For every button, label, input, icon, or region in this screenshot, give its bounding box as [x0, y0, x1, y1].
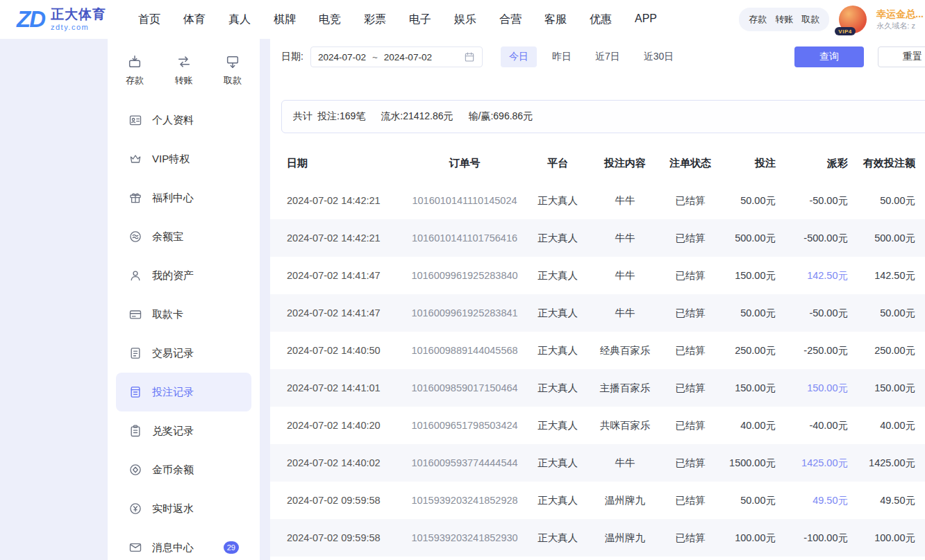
- date-tab-3[interactable]: 近7日: [587, 46, 628, 67]
- cell-payout: -50.00元: [781, 194, 853, 207]
- filter-actions: 查询 重置: [794, 46, 925, 67]
- sidebar-item-label: 兑奖记录: [152, 425, 194, 438]
- cell-bet-amount: 50.00元: [719, 307, 781, 320]
- withdraw-icon: [225, 54, 240, 69]
- nav-menu: 首页体育真人棋牌电竞彩票电子娱乐合营客服优惠APP: [138, 12, 657, 27]
- sidebar-item-11[interactable]: 实时返水: [116, 489, 251, 528]
- sidebar-item-12[interactable]: 消息中心29: [116, 528, 251, 560]
- sidebar-item-8[interactable]: 投注记录: [116, 373, 251, 411]
- bets-table: 日期订单号平台投注内容注单状态投注派彩有效投注额 2024-07-02 14:4…: [270, 144, 925, 557]
- query-button[interactable]: 查询: [794, 46, 864, 67]
- cell-status: 已结算: [662, 307, 719, 320]
- cell-bet-amount: 250.00元: [719, 344, 781, 357]
- user-avatar[interactable]: VIP4: [839, 6, 867, 33]
- sidebar-item-4[interactable]: 余额宝: [116, 217, 251, 256]
- header-quick-link-2[interactable]: 转账: [775, 13, 793, 26]
- sidebar-item-9[interactable]: 兑奖记录: [116, 411, 251, 450]
- table-row: 2024-07-02 14:40:501016009889144045568正大…: [270, 332, 925, 369]
- quick-action-1[interactable]: 存款: [126, 54, 144, 87]
- date-tab-1[interactable]: 今日: [501, 46, 537, 67]
- nav-item-1[interactable]: 首页: [138, 12, 160, 27]
- cell-date: 2024-07-02 14:40:20: [270, 420, 402, 431]
- quick-action-2[interactable]: 转账: [175, 54, 193, 87]
- nav-item-11[interactable]: 优惠: [590, 12, 612, 27]
- username: 幸运金总...: [876, 8, 924, 21]
- sidebar-item-label: VIP特权: [152, 153, 190, 166]
- header-quick-link-3[interactable]: 取款: [801, 13, 819, 26]
- reset-button[interactable]: 重置: [878, 46, 925, 67]
- sidebar-item-label: 投注记录: [152, 386, 194, 399]
- top-navbar: ZD 正大体育 zdty.com 首页体育真人棋牌电竞彩票电子娱乐合营客服优惠A…: [0, 0, 925, 39]
- cell-date: 2024-07-02 14:40:02: [270, 457, 402, 468]
- date-shortcut-tabs: 今日昨日近7日近30日: [501, 46, 682, 67]
- navbar-right: 存款转账取款 VIP4 幸运金总... 永久域名: z: [739, 6, 924, 33]
- sidebar-quick-actions: 存款转账取款: [108, 39, 260, 95]
- sidebar-item-label: 实时返水: [152, 502, 194, 516]
- table-row: 2024-07-02 09:59:581015939203241852928正大…: [270, 482, 925, 519]
- vip-icon: [128, 152, 142, 166]
- nav-item-6[interactable]: 彩票: [364, 12, 386, 27]
- cell-status: 已结算: [662, 419, 719, 432]
- deposit-icon: [127, 54, 142, 69]
- cell-bet-amount: 100.00元: [719, 532, 781, 545]
- quick-action-label: 取款: [224, 74, 242, 87]
- unread-count-badge: 29: [224, 541, 239, 554]
- table-row: 2024-07-02 09:59:581015939203241852930正大…: [270, 519, 925, 557]
- summary-bets-count: 投注:169笔: [317, 110, 365, 123]
- cell-bet-amount: 150.00元: [719, 269, 781, 282]
- table-row: 2024-07-02 14:40:201016009651798503424正大…: [270, 407, 925, 444]
- sidebar-item-1[interactable]: 个人资料: [116, 101, 251, 139]
- nav-item-9[interactable]: 合营: [499, 12, 522, 27]
- cell-payout: -40.00元: [781, 419, 853, 432]
- brand-logo-icon: ZD: [17, 6, 44, 33]
- sidebar-item-7[interactable]: 交易记录: [116, 334, 251, 373]
- nav-item-4[interactable]: 棋牌: [274, 12, 296, 27]
- nav-item-10[interactable]: 客服: [544, 12, 567, 27]
- summary-turnover: 流水:21412.86元: [381, 110, 453, 123]
- nav-item-2[interactable]: 体育: [183, 12, 206, 27]
- nav-item-5[interactable]: 电竞: [319, 12, 341, 27]
- nav-item-8[interactable]: 娱乐: [454, 12, 476, 27]
- sidebar-item-label: 消息中心: [152, 541, 194, 554]
- sidebar-item-3[interactable]: 福利中心: [116, 178, 251, 217]
- header-quick-link-1[interactable]: 存款: [749, 13, 767, 26]
- cell-bet-amount: 150.00元: [719, 382, 781, 395]
- vip-badge: VIP4: [835, 27, 855, 35]
- cell-order-number: 1016009961925283841: [402, 307, 527, 319]
- cell-bet-content: 牛牛: [588, 232, 662, 245]
- quick-action-3[interactable]: 取款: [224, 54, 242, 87]
- table-row: 2024-07-02 14:40:021016009593774444544正大…: [270, 444, 925, 482]
- cell-payout: -500.00元: [781, 232, 853, 245]
- wallet-quick-links: 存款转账取款: [739, 8, 829, 31]
- cell-payout: 49.50元: [781, 494, 853, 507]
- cell-valid-bet: 50.00元: [853, 307, 925, 320]
- cell-bet-amount: 50.00元: [719, 194, 781, 207]
- date-range-input[interactable]: 2024-07-02 ~ 2024-07-02: [310, 46, 483, 67]
- sidebar-menu: 个人资料VIP特权福利中心余额宝我的资产取款卡交易记录投注记录兑奖记录金币余额实…: [108, 95, 260, 560]
- date-start-value: 2024-07-02: [318, 52, 366, 62]
- sidebar-item-5[interactable]: 我的资产: [116, 256, 251, 295]
- cell-valid-bet: 50.00元: [853, 194, 925, 207]
- sidebar-item-10[interactable]: 金币余额: [116, 450, 251, 489]
- cell-order-number: 1016009889144045568: [402, 345, 527, 356]
- sidebar-item-label: 交易记录: [152, 347, 194, 360]
- main-content: 日期: 2024-07-02 ~ 2024-07-02 今日昨日近7日近30日 …: [270, 39, 925, 560]
- nav-item-7[interactable]: 电子: [409, 12, 431, 27]
- nav-item-3[interactable]: 真人: [228, 12, 251, 27]
- nav-item-12[interactable]: APP: [635, 12, 657, 27]
- quick-action-label: 存款: [126, 74, 144, 87]
- transactions-icon: [128, 346, 142, 360]
- date-tab-4[interactable]: 近30日: [635, 46, 683, 67]
- date-tab-2[interactable]: 昨日: [544, 46, 580, 67]
- brand-logo[interactable]: ZD 正大体育 zdty.com: [17, 6, 106, 33]
- cell-platform: 正大真人: [527, 532, 588, 545]
- cell-valid-bet: 500.00元: [853, 232, 925, 245]
- cell-bet-content: 主播百家乐: [588, 382, 662, 395]
- permanent-domain-note: 永久域名: z: [876, 21, 924, 31]
- calendar-icon[interactable]: [464, 51, 475, 62]
- cell-status: 已结算: [662, 457, 719, 470]
- sidebar-item-2[interactable]: VIP特权: [116, 139, 251, 178]
- sidebar-item-6[interactable]: 取款卡: [116, 295, 251, 334]
- user-meta: 幸运金总... 永久域名: z: [876, 8, 924, 31]
- cell-payout: 1425.00元: [781, 457, 853, 470]
